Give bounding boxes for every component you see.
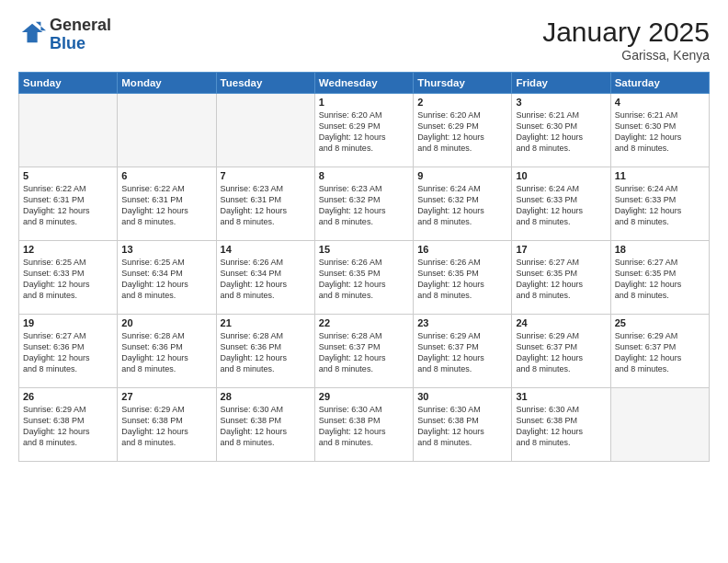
- day-info: Sunrise: 6:27 AM Sunset: 6:35 PM Dayligh…: [615, 257, 705, 302]
- calendar-cell: 10Sunrise: 6:24 AM Sunset: 6:33 PM Dayli…: [512, 167, 610, 241]
- day-number: 12: [23, 244, 113, 255]
- calendar-cell: 11Sunrise: 6:24 AM Sunset: 6:33 PM Dayli…: [610, 167, 709, 241]
- calendar-week-row: 26Sunrise: 6:29 AM Sunset: 6:38 PM Dayli…: [19, 388, 710, 462]
- calendar-cell: 28Sunrise: 6:30 AM Sunset: 6:38 PM Dayli…: [216, 388, 314, 462]
- logo-blue-text: Blue: [50, 34, 85, 52]
- weekday-header-monday: Monday: [118, 73, 216, 94]
- day-number: 22: [319, 317, 409, 328]
- calendar-cell: 31Sunrise: 6:30 AM Sunset: 6:38 PM Dayli…: [512, 388, 610, 462]
- month-title: January 2025: [542, 17, 710, 48]
- page: General Blue January 2025 Garissa, Kenya…: [0, 0, 728, 563]
- day-number: 31: [516, 391, 606, 402]
- calendar-cell: 29Sunrise: 6:30 AM Sunset: 6:38 PM Dayli…: [314, 388, 413, 462]
- calendar-cell: 4Sunrise: 6:21 AM Sunset: 6:30 PM Daylig…: [610, 94, 709, 167]
- day-number: 7: [221, 170, 311, 181]
- weekday-header-saturday: Saturday: [610, 73, 709, 94]
- day-info: Sunrise: 6:26 AM Sunset: 6:35 PM Dayligh…: [319, 257, 409, 302]
- day-number: 14: [221, 244, 311, 255]
- weekday-header-sunday: Sunday: [19, 73, 118, 94]
- day-number: 23: [417, 317, 507, 328]
- calendar-cell: 7Sunrise: 6:23 AM Sunset: 6:31 PM Daylig…: [216, 167, 314, 241]
- day-info: Sunrise: 6:20 AM Sunset: 6:29 PM Dayligh…: [417, 109, 507, 155]
- calendar-cell: 15Sunrise: 6:26 AM Sunset: 6:35 PM Dayli…: [314, 241, 413, 315]
- calendar-cell: 16Sunrise: 6:26 AM Sunset: 6:35 PM Dayli…: [414, 241, 512, 315]
- calendar-week-row: 5Sunrise: 6:22 AM Sunset: 6:31 PM Daylig…: [19, 167, 710, 241]
- calendar-cell: 6Sunrise: 6:22 AM Sunset: 6:31 PM Daylig…: [118, 167, 216, 241]
- calendar-cell: 30Sunrise: 6:30 AM Sunset: 6:38 PM Dayli…: [414, 388, 512, 462]
- calendar-cell: 17Sunrise: 6:27 AM Sunset: 6:35 PM Dayli…: [512, 241, 610, 315]
- day-number: 8: [319, 170, 409, 181]
- day-info: Sunrise: 6:29 AM Sunset: 6:37 PM Dayligh…: [516, 330, 606, 375]
- day-number: 9: [417, 170, 507, 181]
- day-info: Sunrise: 6:25 AM Sunset: 6:34 PM Dayligh…: [121, 257, 211, 302]
- day-number: 30: [417, 391, 507, 402]
- calendar-cell: 27Sunrise: 6:29 AM Sunset: 6:38 PM Dayli…: [118, 388, 216, 462]
- calendar-cell: 20Sunrise: 6:28 AM Sunset: 6:36 PM Dayli…: [118, 315, 216, 388]
- day-info: Sunrise: 6:27 AM Sunset: 6:36 PM Dayligh…: [23, 330, 113, 375]
- calendar-cell: 13Sunrise: 6:25 AM Sunset: 6:34 PM Dayli…: [118, 241, 216, 315]
- calendar-cell: 2Sunrise: 6:20 AM Sunset: 6:29 PM Daylig…: [414, 94, 512, 167]
- calendar-cell: 14Sunrise: 6:26 AM Sunset: 6:34 PM Dayli…: [216, 241, 314, 315]
- day-info: Sunrise: 6:22 AM Sunset: 6:31 PM Dayligh…: [23, 183, 113, 228]
- weekday-header-thursday: Thursday: [414, 73, 512, 94]
- day-number: 18: [615, 244, 705, 255]
- calendar-cell: 9Sunrise: 6:24 AM Sunset: 6:32 PM Daylig…: [414, 167, 512, 241]
- day-info: Sunrise: 6:24 AM Sunset: 6:33 PM Dayligh…: [516, 183, 606, 228]
- title-block: January 2025 Garissa, Kenya: [542, 17, 710, 63]
- calendar-cell: 25Sunrise: 6:29 AM Sunset: 6:37 PM Dayli…: [610, 315, 709, 388]
- calendar-cell: 23Sunrise: 6:29 AM Sunset: 6:37 PM Dayli…: [414, 315, 512, 388]
- day-number: 24: [516, 317, 606, 328]
- day-info: Sunrise: 6:29 AM Sunset: 6:37 PM Dayligh…: [417, 330, 507, 375]
- day-number: 17: [516, 244, 606, 255]
- logo-icon: [20, 20, 46, 46]
- day-number: 2: [417, 97, 507, 108]
- logo: General Blue: [18, 17, 111, 53]
- weekday-header-row: SundayMondayTuesdayWednesdayThursdayFrid…: [19, 73, 710, 94]
- calendar-week-row: 1Sunrise: 6:20 AM Sunset: 6:29 PM Daylig…: [19, 94, 710, 167]
- calendar-cell: 24Sunrise: 6:29 AM Sunset: 6:37 PM Dayli…: [512, 315, 610, 388]
- day-number: 16: [417, 244, 507, 255]
- calendar-week-row: 19Sunrise: 6:27 AM Sunset: 6:36 PM Dayli…: [19, 315, 710, 388]
- day-number: 5: [23, 170, 113, 181]
- calendar-cell: 3Sunrise: 6:21 AM Sunset: 6:30 PM Daylig…: [512, 94, 610, 167]
- day-info: Sunrise: 6:28 AM Sunset: 6:37 PM Dayligh…: [319, 330, 409, 375]
- day-number: 3: [516, 97, 606, 108]
- day-number: 25: [615, 317, 705, 328]
- day-number: 15: [319, 244, 409, 255]
- calendar-cell: 19Sunrise: 6:27 AM Sunset: 6:36 PM Dayli…: [19, 315, 118, 388]
- day-number: 10: [516, 170, 606, 181]
- day-info: Sunrise: 6:27 AM Sunset: 6:35 PM Dayligh…: [516, 257, 606, 302]
- calendar-table: SundayMondayTuesdayWednesdayThursdayFrid…: [18, 72, 710, 462]
- day-number: 6: [121, 170, 211, 181]
- day-info: Sunrise: 6:22 AM Sunset: 6:31 PM Dayligh…: [121, 183, 211, 228]
- calendar-cell: 8Sunrise: 6:23 AM Sunset: 6:32 PM Daylig…: [314, 167, 413, 241]
- day-number: 11: [615, 170, 705, 181]
- day-info: Sunrise: 6:23 AM Sunset: 6:31 PM Dayligh…: [221, 183, 311, 228]
- day-info: Sunrise: 6:30 AM Sunset: 6:38 PM Dayligh…: [516, 404, 606, 449]
- day-info: Sunrise: 6:29 AM Sunset: 6:37 PM Dayligh…: [615, 330, 705, 375]
- day-number: 20: [121, 317, 211, 328]
- day-info: Sunrise: 6:25 AM Sunset: 6:33 PM Dayligh…: [23, 257, 113, 302]
- day-info: Sunrise: 6:23 AM Sunset: 6:32 PM Dayligh…: [319, 183, 409, 228]
- weekday-header-wednesday: Wednesday: [314, 73, 413, 94]
- calendar-cell: 12Sunrise: 6:25 AM Sunset: 6:33 PM Dayli…: [19, 241, 118, 315]
- day-info: Sunrise: 6:26 AM Sunset: 6:34 PM Dayligh…: [221, 257, 311, 302]
- svg-marker-0: [22, 24, 42, 43]
- calendar-cell: 21Sunrise: 6:28 AM Sunset: 6:36 PM Dayli…: [216, 315, 314, 388]
- day-number: 4: [615, 97, 705, 108]
- day-info: Sunrise: 6:30 AM Sunset: 6:38 PM Dayligh…: [221, 404, 311, 449]
- day-info: Sunrise: 6:20 AM Sunset: 6:29 PM Dayligh…: [319, 109, 409, 155]
- calendar-week-row: 12Sunrise: 6:25 AM Sunset: 6:33 PM Dayli…: [19, 241, 710, 315]
- calendar-cell: [610, 388, 709, 462]
- day-number: 26: [23, 391, 113, 402]
- calendar-cell: 5Sunrise: 6:22 AM Sunset: 6:31 PM Daylig…: [19, 167, 118, 241]
- day-info: Sunrise: 6:21 AM Sunset: 6:30 PM Dayligh…: [615, 109, 705, 155]
- calendar-cell: 1Sunrise: 6:20 AM Sunset: 6:29 PM Daylig…: [314, 94, 413, 167]
- day-info: Sunrise: 6:29 AM Sunset: 6:38 PM Dayligh…: [23, 404, 113, 449]
- calendar-cell: 22Sunrise: 6:28 AM Sunset: 6:37 PM Dayli…: [314, 315, 413, 388]
- calendar-cell: [19, 94, 118, 167]
- calendar-cell: 18Sunrise: 6:27 AM Sunset: 6:35 PM Dayli…: [610, 241, 709, 315]
- day-number: 27: [121, 391, 211, 402]
- day-number: 19: [23, 317, 113, 328]
- day-info: Sunrise: 6:21 AM Sunset: 6:30 PM Dayligh…: [516, 109, 606, 155]
